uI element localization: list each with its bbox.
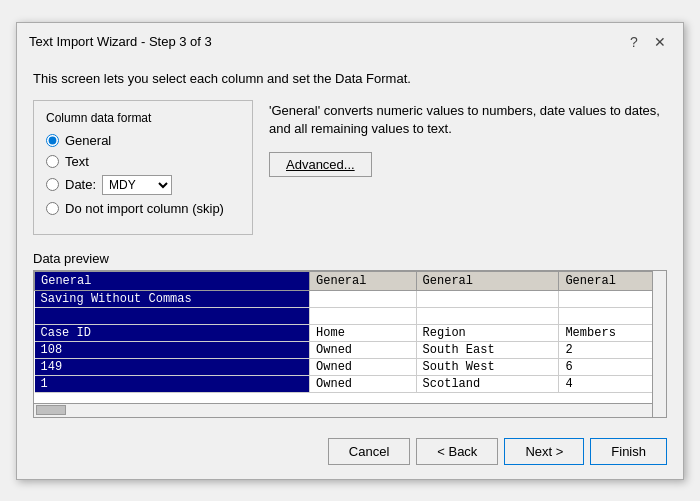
table-cell: 1 [35, 375, 310, 392]
table-cell [559, 290, 666, 307]
preview-table: General General General General Saving W… [34, 271, 666, 393]
table-row [35, 307, 666, 324]
preview-header-col-3[interactable]: General [559, 271, 666, 290]
preview-container: General General General General Saving W… [33, 270, 667, 418]
table-cell: Owned [310, 358, 417, 375]
title-bar: Text Import Wizard - Step 3 of 3 ? ✕ [17, 23, 683, 59]
table-cell [559, 307, 666, 324]
table-row: Saving Without Commas [35, 290, 666, 307]
table-cell: 4 [559, 375, 666, 392]
radio-general[interactable] [46, 134, 59, 147]
table-row: 1 Owned Scotland 4 [35, 375, 666, 392]
preview-header-col-0[interactable]: General [35, 271, 310, 290]
title-bar-left: Text Import Wizard - Step 3 of 3 [29, 34, 212, 49]
radio-date-row[interactable]: Date: MDY DMY YMD [46, 175, 240, 195]
horizontal-scrollbar-thumb[interactable] [36, 405, 66, 415]
main-row: Column data format General Text Date: MD… [33, 100, 667, 235]
table-cell: Scotland [416, 375, 559, 392]
dialog-footer: Cancel < Back Next > Finish [17, 428, 683, 479]
title-bar-right: ? ✕ [623, 31, 671, 53]
date-select[interactable]: MDY DMY YMD [102, 175, 172, 195]
radio-skip-label: Do not import column (skip) [65, 201, 224, 216]
column-format-box: Column data format General Text Date: MD… [33, 100, 253, 235]
advanced-button[interactable]: Advanced... [269, 152, 372, 177]
preview-header-col-1[interactable]: General [310, 271, 417, 290]
radio-general-row[interactable]: General [46, 133, 240, 148]
dialog-body: This screen lets you select each column … [17, 59, 683, 428]
radio-general-label: General [65, 133, 111, 148]
table-cell: 2 [559, 341, 666, 358]
preview-header-col-2[interactable]: General [416, 271, 559, 290]
table-cell [416, 290, 559, 307]
advanced-button-label: Advanced... [286, 157, 355, 172]
table-cell: Saving Without Commas [35, 290, 310, 307]
close-button[interactable]: ✕ [649, 31, 671, 53]
table-cell: 6 [559, 358, 666, 375]
column-format-title: Column data format [46, 111, 240, 125]
dialog-container: Text Import Wizard - Step 3 of 3 ? ✕ Thi… [16, 22, 684, 480]
data-preview-label: Data preview [33, 251, 667, 266]
table-cell [35, 307, 310, 324]
radio-skip[interactable] [46, 202, 59, 215]
table-cell [416, 307, 559, 324]
table-cell: Owned [310, 341, 417, 358]
vertical-scrollbar[interactable] [652, 271, 666, 417]
table-cell [310, 290, 417, 307]
table-cell: Home [310, 324, 417, 341]
radio-date-label: Date: [65, 177, 96, 192]
table-cell: 108 [35, 341, 310, 358]
table-cell: South West [416, 358, 559, 375]
radio-skip-row[interactable]: Do not import column (skip) [46, 201, 240, 216]
finish-button[interactable]: Finish [590, 438, 667, 465]
table-row: 108 Owned South East 2 [35, 341, 666, 358]
data-preview-section: Data preview General General General Gen… [33, 251, 667, 418]
table-cell [310, 307, 417, 324]
intro-text: This screen lets you select each column … [33, 71, 667, 86]
next-button[interactable]: Next > [504, 438, 584, 465]
table-cell: Members [559, 324, 666, 341]
table-cell: South East [416, 341, 559, 358]
cancel-button[interactable]: Cancel [328, 438, 410, 465]
horizontal-scrollbar[interactable] [34, 403, 652, 417]
table-cell: Region [416, 324, 559, 341]
radio-date[interactable] [46, 178, 59, 191]
back-button[interactable]: < Back [416, 438, 498, 465]
table-cell: Owned [310, 375, 417, 392]
table-row: Case ID Home Region Members [35, 324, 666, 341]
general-description: 'General' converts numeric values to num… [269, 102, 667, 138]
right-panel: 'General' converts numeric values to num… [269, 100, 667, 177]
table-row: 149 Owned South West 6 [35, 358, 666, 375]
radio-text[interactable] [46, 155, 59, 168]
radio-text-row[interactable]: Text [46, 154, 240, 169]
table-cell: 149 [35, 358, 310, 375]
table-cell: Case ID [35, 324, 310, 341]
help-button[interactable]: ? [623, 31, 645, 53]
dialog-title: Text Import Wizard - Step 3 of 3 [29, 34, 212, 49]
preview-header-row: General General General General [35, 271, 666, 290]
radio-text-label: Text [65, 154, 89, 169]
